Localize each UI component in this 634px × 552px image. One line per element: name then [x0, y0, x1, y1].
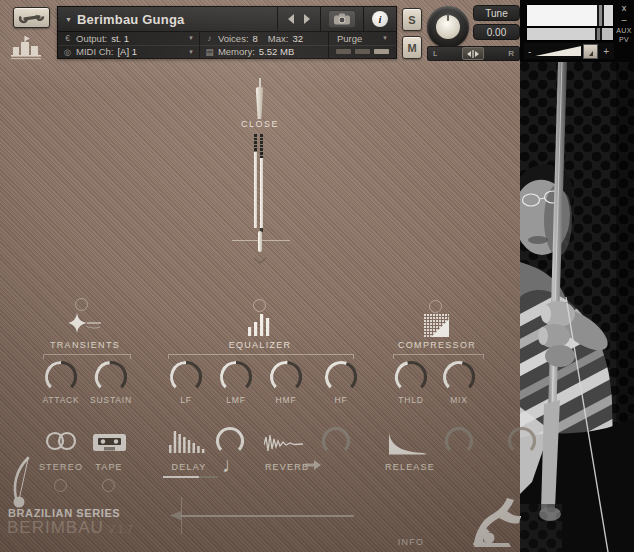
mix-knob[interactable] — [442, 360, 476, 398]
stereo-toggle[interactable] — [54, 479, 67, 492]
lf-knob-label: LF — [161, 395, 211, 405]
wrench-icon — [18, 11, 45, 24]
tune-knob[interactable] — [427, 6, 469, 48]
transients-power-led[interactable] — [75, 298, 88, 311]
thld-knob[interactable] — [394, 360, 428, 398]
delay-label: DELAY — [159, 462, 219, 472]
transients-section-label: TRANSIENTS — [30, 340, 140, 350]
articulation-label: CLOSE — [225, 119, 295, 129]
delay-echo-icon — [169, 429, 207, 454]
output-dropdown-icon[interactable]: ▼ — [188, 35, 194, 41]
aux-button[interactable]: aux — [616, 27, 631, 34]
purge-bar — [336, 49, 351, 54]
mix-knob-label: MIX — [434, 395, 484, 405]
articulation-slider-handle[interactable] — [258, 231, 262, 252]
level-meter-left — [526, 4, 614, 27]
title-dropdown-icon[interactable]: ▼ — [58, 16, 77, 23]
eq-bars-icon — [247, 314, 271, 336]
memory-label: Memory: — [218, 46, 255, 57]
chevron-down-icon[interactable] — [253, 257, 267, 264]
max-label: Max: — [268, 33, 289, 44]
tune-value-field[interactable]: 0.00 — [473, 24, 520, 40]
close-window-button[interactable]: x — [622, 3, 627, 13]
delay-sync-note-button[interactable]: ♩ — [222, 454, 243, 475]
pitch-slider-track[interactable] — [176, 515, 354, 517]
title-bar[interactable]: ▼ Berimbau Gunga i — [58, 7, 396, 32]
volume-slider[interactable]: - + — [524, 43, 614, 59]
delay-amount-slider[interactable] — [163, 476, 218, 478]
pan-slider[interactable]: L R — [427, 46, 520, 61]
wrench-edit-button[interactable] — [13, 7, 50, 28]
attack-knob[interactable] — [44, 360, 78, 398]
voices-value: 8 — [253, 33, 258, 44]
tune-title: Tune — [473, 5, 520, 21]
equalizer-section-label: EQUALIZER — [205, 340, 315, 350]
purge-menu[interactable]: Purge ▼ — [329, 32, 396, 46]
release-envelope-icon — [388, 430, 426, 455]
equalizer-power-led[interactable] — [253, 299, 266, 312]
minimize-window-button[interactable]: – — [621, 15, 626, 25]
berimbau-bow-icon — [8, 456, 36, 510]
tune-value-text: 0.00 — [487, 27, 506, 38]
brand-name-line: BERIMBAU V.1.7 — [7, 518, 133, 538]
reverb-arrow-icon[interactable] — [305, 460, 321, 470]
hf-knob-label: HF — [316, 395, 366, 405]
library-logo — [9, 36, 53, 64]
lmf-knob[interactable] — [219, 360, 253, 398]
volume-handle-icon — [589, 51, 593, 56]
volume-ramp-icon — [535, 46, 581, 56]
edge-knob[interactable] — [507, 426, 537, 460]
output-selector[interactable]: € Output: st. 1 ▼ — [58, 32, 199, 46]
midi-label: MIDI Ch: — [76, 46, 113, 57]
solo-button[interactable]: S — [402, 8, 422, 31]
pan-handle[interactable] — [462, 47, 484, 60]
info-button[interactable]: i — [372, 11, 388, 27]
lf-knob[interactable] — [169, 360, 203, 398]
max-value: 32 — [292, 33, 303, 44]
sustain-knob[interactable] — [94, 360, 128, 398]
prev-instrument-icon[interactable] — [288, 14, 294, 24]
beater-stick-tip — [259, 78, 261, 88]
midi-dropdown-icon[interactable]: ▼ — [188, 49, 194, 55]
berimbau-player-photo — [520, 62, 634, 552]
pan-handle-icon — [467, 50, 479, 58]
berimbau-rod-right — [260, 134, 263, 232]
memory-value: 5.52 MB — [259, 46, 294, 57]
output-value: st. 1 — [111, 33, 129, 44]
purge-bar — [374, 49, 389, 54]
sustain-knob-label: SUSTAIN — [86, 395, 136, 405]
pv-button[interactable]: pv — [619, 36, 629, 43]
next-instrument-icon[interactable] — [304, 14, 310, 24]
tune-title-text: Tune — [485, 8, 507, 19]
hf-knob[interactable] — [324, 360, 358, 398]
volume-plus-button[interactable]: + — [598, 46, 614, 57]
reverb-knob[interactable] — [321, 426, 351, 460]
brand-name: BERIMBAU — [7, 518, 104, 537]
purge-dropdown-icon[interactable]: ▼ — [382, 35, 388, 41]
memory-icon: ▤ — [205, 47, 214, 57]
tape-toggle[interactable] — [102, 479, 115, 492]
snapshot-camera-button[interactable] — [328, 10, 356, 28]
stereo-icon — [44, 431, 80, 451]
volume-minus-button[interactable]: - — [524, 46, 535, 57]
midi-icon: ◎ — [63, 47, 72, 57]
hmf-knob[interactable] — [269, 360, 303, 398]
compressor-section-label: COMPRESSOR — [382, 340, 492, 350]
release-knob[interactable] — [444, 426, 474, 460]
info-page-button[interactable]: INFO — [391, 537, 431, 547]
compressor-power-led[interactable] — [429, 300, 442, 313]
output-label: Output: — [76, 33, 107, 44]
pan-right-label: R — [503, 49, 519, 58]
volume-handle[interactable] — [583, 44, 598, 59]
reverb-impulse-icon — [264, 433, 304, 454]
compressor-ratio-icon — [424, 314, 449, 337]
midi-channel-selector[interactable]: ◎ MIDI Ch: [A] 1 ▼ — [58, 46, 199, 59]
pitch-slider-handle[interactable] — [170, 511, 181, 520]
purge-status — [329, 46, 396, 59]
purge-bar — [355, 49, 370, 54]
voices-label: Voices: — [218, 33, 249, 44]
tape-label: TAPE — [79, 462, 139, 472]
midi-value: [A] 1 — [117, 46, 137, 57]
brand-version: V.1.7 — [108, 524, 133, 535]
mute-button[interactable]: M — [402, 36, 422, 59]
